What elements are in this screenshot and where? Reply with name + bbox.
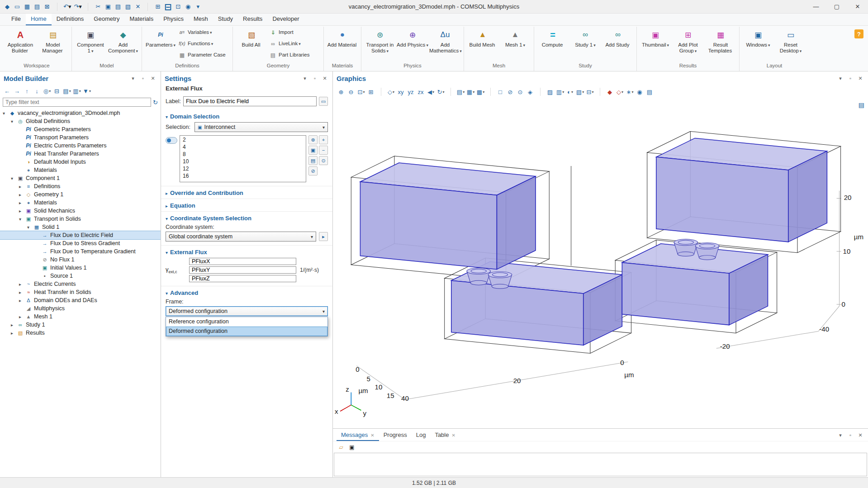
tab-table[interactable]: Table [430, 430, 460, 441]
ribbon-tab[interactable]: Materials [124, 14, 158, 25]
panel-header-button[interactable]: ▫ [846, 431, 854, 439]
ribbon-button[interactable]: ∞ LiveLink▾ [268, 38, 321, 49]
tree-expander-icon[interactable] [11, 176, 17, 181]
toolbar-button[interactable]: ↑ [23, 86, 32, 96]
selection-tool-button[interactable]: − [319, 146, 328, 155]
ribbon-button[interactable]: ▭ Reset Desktop▾ [774, 27, 807, 62]
tree-item[interactable]: ▣ Component 1 [0, 174, 161, 182]
tree-expander-icon[interactable] [19, 282, 25, 287]
ribbon-button[interactable]: ▣ Component 1▾ [74, 27, 107, 62]
tree-item[interactable]: ▣ Transport in Solids [0, 215, 161, 223]
tree-item[interactable]: ● Materials [0, 199, 161, 207]
panel-header-button[interactable]: ▫ [311, 74, 319, 82]
selection-dropdown[interactable]: ▣ Interconnect [194, 122, 328, 132]
ribbon-button[interactable]: Pi Parameters▾ [144, 27, 177, 62]
graphics-toolbar-button[interactable] [376, 86, 386, 97]
tab-progress[interactable]: Progress [379, 430, 412, 441]
qat-button[interactable]: ⊡ [174, 2, 183, 12]
qat-button[interactable]: ◉ [184, 2, 193, 12]
tree-item[interactable]: ≡ Definitions [0, 182, 161, 190]
qat-button[interactable] [52, 2, 62, 12]
domain-list-item[interactable]: 2 [180, 136, 306, 143]
ribbon-tab[interactable]: Geometry [89, 14, 124, 25]
graphics-toolbar-button[interactable]: ▨ [545, 86, 555, 97]
selection-tool-button[interactable]: ⊘ [308, 166, 318, 175]
qat-button[interactable]: ⊠ [43, 2, 52, 12]
go-to-source-button[interactable] [319, 232, 328, 241]
tree-item[interactable]: Pi Geometric Parameters [0, 125, 161, 133]
toolbar-button[interactable]: ← [3, 86, 12, 96]
graphics-toolbar-button[interactable]: ◀ ▾ [426, 86, 436, 97]
tree-item[interactable]: ● Materials [0, 166, 161, 174]
tree-item[interactable]: ≈ Heat Transfer in Solids [0, 288, 161, 296]
qat-button[interactable]: ◆ [3, 2, 12, 12]
frame-option[interactable]: Deformed configuration [166, 327, 327, 336]
graphics-toolbar-button[interactable]: ⊟ ▾ [585, 86, 595, 97]
graphics-toolbar-button[interactable] [486, 86, 495, 97]
panel-header-button[interactable]: ▫ [846, 74, 854, 82]
graphics-toolbar-button[interactable]: ⊞ [366, 86, 376, 97]
qat-button[interactable]: ⊞ [153, 2, 162, 12]
tree-expander-icon[interactable] [19, 192, 25, 197]
coordinate-system-select[interactable]: Global coordinate system [166, 232, 316, 242]
messages-content[interactable] [334, 453, 867, 476]
ribbon-button[interactable]: a= Variables▾ [177, 27, 230, 38]
graphics-toolbar-button[interactable]: ⊙ [516, 86, 525, 97]
domain-selection-list[interactable]: 2 4 8 10 12 16 [180, 135, 306, 182]
ribbon-button[interactable]: ▲ Build Mesh [466, 27, 499, 62]
graphics-toolbar-button[interactable]: ▧ ▾ [575, 86, 585, 97]
ribbon-tab[interactable]: Mesh [189, 14, 213, 25]
tree-expander-icon[interactable] [11, 322, 17, 327]
ribbon-button[interactable]: Δu Add Mathematics▾ [429, 27, 461, 62]
tree-item[interactable]: Pi Heat Transfer Parameters [0, 150, 161, 158]
graphics-toolbar-button[interactable]: ⊖ [346, 86, 356, 97]
graphics-toolbar-button[interactable]: ◇ ▾ [615, 86, 625, 97]
pflux-y-input[interactable] [189, 266, 296, 274]
selection-tool-button[interactable]: + [319, 135, 328, 144]
close-tab-icon[interactable] [370, 431, 374, 438]
tree-item[interactable]: ◑ Default Model Inputs [0, 158, 161, 166]
section-coordinate-system[interactable]: Coordinate System Selection [161, 211, 332, 224]
graphics-toolbar-button[interactable]: ◆ [605, 86, 615, 97]
close-tab-icon[interactable] [451, 431, 455, 438]
tree-expander-icon[interactable] [11, 331, 17, 336]
ribbon-tab[interactable]: Definitions [52, 14, 89, 25]
graphics-toolbar-button[interactable]: ▤ [645, 86, 655, 97]
pflux-z-input[interactable] [189, 275, 296, 282]
toolbar-button[interactable]: ▼ ▾ [82, 86, 91, 96]
graphics-toolbar-button[interactable]: ▩ ▾ [476, 86, 485, 97]
ribbon-button[interactable]: ▲ Mesh 1▾ [499, 27, 531, 62]
qat-button[interactable]: ▧ [123, 2, 133, 12]
graphics-toolbar-button[interactable]: yz [406, 86, 416, 97]
graphics-toolbar-button[interactable] [446, 86, 455, 97]
label-options-button[interactable] [319, 97, 328, 106]
panel-header-button[interactable]: ▾ [301, 74, 309, 82]
tab-messages[interactable]: Messages [337, 430, 379, 441]
maximize-button[interactable] [826, 0, 847, 13]
ribbon-button[interactable]: ∞ Add Study [602, 27, 634, 62]
ribbon-button[interactable]: ⇓ Import [268, 27, 321, 38]
active-selection-toggle[interactable] [166, 137, 177, 144]
ribbon-button[interactable]: ▤ Part Libraries [268, 49, 321, 61]
frame-select[interactable]: Deformed configuration [166, 306, 328, 316]
ribbon-button[interactable]: ▧ Build All [235, 27, 268, 62]
ribbon-button[interactable]: ▦ Parameter Case [177, 49, 230, 61]
tree-item[interactable]: ▪ Source 1 [0, 272, 161, 280]
tree-expander-icon[interactable] [19, 208, 25, 213]
tree-item[interactable]: ◢ Multiphysics [0, 304, 161, 313]
graphics-toolbar-button[interactable]: ⊡ ▾ [356, 86, 366, 97]
toolbar-button[interactable]: ⊟ [52, 86, 62, 96]
graphics-toolbar-button[interactable] [595, 86, 605, 97]
panel-header-button[interactable]: ✕ [149, 74, 157, 82]
graphics-toolbar-button[interactable]: xy [396, 86, 406, 97]
toolbar-button[interactable]: ▥ ▾ [72, 86, 81, 96]
qat-button[interactable]: ▭ [13, 2, 22, 12]
tree-item[interactable]: → Flux Due to Stress Gradient [0, 239, 161, 247]
ribbon-button[interactable]: ⊕ Add Physics▾ [396, 27, 429, 62]
domain-list-item[interactable]: 12 [180, 165, 306, 172]
filter-input[interactable] [3, 98, 151, 107]
selection-tool-button[interactable]: ⊙ [319, 156, 328, 165]
tree-item[interactable]: Pi Transport Parameters [0, 133, 161, 142]
toolbar-button[interactable]: ↓ [33, 86, 42, 96]
qat-button[interactable]: ↷ ▾ [73, 2, 82, 12]
